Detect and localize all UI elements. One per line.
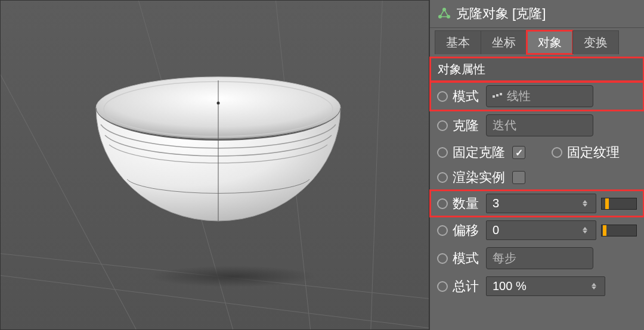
viewport-3d[interactable] bbox=[0, 0, 429, 330]
tab-transform[interactable]: 变换 bbox=[572, 30, 619, 54]
row-fixed-clone: 固定克隆 固定纹理 bbox=[430, 140, 644, 165]
label-count: 数量 bbox=[453, 195, 481, 213]
attributes-panel: 克隆对象 [克隆] 基本 坐标 对象 变换 对象属性 模式 线性 克隆 迭代 bbox=[429, 0, 644, 330]
anim-dot[interactable] bbox=[437, 253, 448, 264]
label-rendinst: 渲染实例 bbox=[453, 169, 507, 186]
row-offset: 偏移 0 bbox=[430, 217, 644, 244]
tab-object[interactable]: 对象 bbox=[527, 30, 573, 54]
offset-spinner[interactable]: 0 bbox=[486, 220, 596, 240]
anim-dot[interactable] bbox=[437, 147, 448, 158]
label-clone: 克隆 bbox=[453, 117, 481, 135]
panel-title: 克隆对象 [克隆] bbox=[456, 5, 546, 23]
row-mode2: 模式 每步 bbox=[430, 244, 644, 273]
mode2-value: 每步 bbox=[493, 250, 516, 266]
tabs-bar: 基本 坐标 对象 变换 bbox=[430, 28, 644, 57]
row-clone: 克隆 迭代 bbox=[430, 111, 644, 140]
svg-point-3 bbox=[217, 102, 220, 105]
row-count: 数量 3 bbox=[430, 190, 644, 217]
spinner-arrows[interactable] bbox=[592, 283, 599, 289]
anim-dot[interactable] bbox=[437, 198, 448, 209]
count-slider[interactable] bbox=[601, 198, 637, 210]
row-mode: 模式 线性 bbox=[430, 82, 644, 111]
anim-dot[interactable] bbox=[552, 147, 562, 158]
rendinst-checkbox[interactable] bbox=[512, 171, 525, 184]
total-value: 100 % bbox=[493, 279, 527, 293]
count-spinner[interactable]: 3 bbox=[486, 194, 596, 213]
spinner-arrows[interactable] bbox=[583, 200, 590, 207]
clone-dropdown[interactable]: 迭代 bbox=[486, 114, 593, 136]
anim-dot[interactable] bbox=[437, 120, 448, 131]
mode-dropdown[interactable]: 线性 bbox=[486, 85, 593, 107]
label-total: 总计 bbox=[453, 278, 481, 295]
spinner-arrows[interactable] bbox=[583, 227, 590, 234]
panel-header: 克隆对象 [克隆] bbox=[430, 0, 644, 28]
fixclone-checkbox[interactable] bbox=[512, 146, 525, 159]
label-mode2: 模式 bbox=[453, 250, 481, 267]
offset-value: 0 bbox=[493, 223, 499, 237]
anim-dot[interactable] bbox=[437, 91, 448, 102]
bowl-shadow bbox=[150, 266, 317, 287]
linear-icon bbox=[493, 95, 502, 98]
bowl-object[interactable] bbox=[78, 72, 358, 269]
mode2-dropdown[interactable]: 每步 bbox=[486, 247, 593, 269]
row-total: 总计 100 % bbox=[430, 273, 644, 300]
label-fixclone: 固定克隆 bbox=[453, 144, 507, 161]
tab-basic[interactable]: 基本 bbox=[435, 30, 481, 54]
mode-value: 线性 bbox=[507, 88, 531, 104]
anim-dot[interactable] bbox=[437, 225, 448, 236]
count-value: 3 bbox=[493, 197, 499, 210]
section-object-properties: 对象属性 bbox=[430, 57, 644, 82]
label-mode: 模式 bbox=[453, 88, 481, 105]
offset-slider[interactable] bbox=[601, 225, 637, 236]
anim-dot[interactable] bbox=[437, 281, 448, 292]
anim-dot[interactable] bbox=[437, 172, 448, 183]
label-fixtex: 固定纹理 bbox=[567, 144, 622, 161]
row-rendinst: 渲染实例 bbox=[430, 165, 644, 190]
tab-coord[interactable]: 坐标 bbox=[481, 30, 527, 54]
total-spinner[interactable]: 100 % bbox=[486, 276, 605, 296]
label-offset: 偏移 bbox=[453, 222, 481, 239]
cloner-icon bbox=[437, 7, 451, 21]
clone-value: 迭代 bbox=[493, 117, 516, 133]
